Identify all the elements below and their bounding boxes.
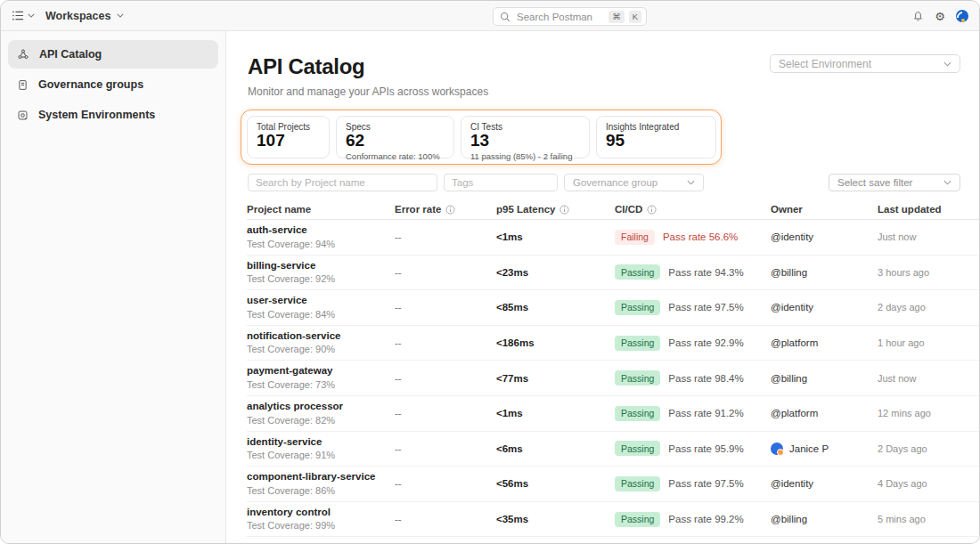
stats-highlight-panel: Total Projects 107 Specs 62 Conformance … [241,110,722,165]
project-name: identity-service [247,437,395,448]
table-row[interactable]: billing-service Test Coverage: 92% -- <2… [247,256,979,291]
project-name: auth-service [247,225,395,236]
stat-card-insights-integrated: Insights Integrated 95 [596,116,716,158]
save-filter-select[interactable]: Select save filter [829,174,960,191]
table-row[interactable]: api-specification-service -- <204ms Pass… [247,537,979,544]
project-name: inventory control [247,507,395,518]
column-project-name: Project name [247,204,395,215]
governance-group-select[interactable]: Governance group [564,174,704,191]
table-row[interactable]: user-service Test Coverage: 84% -- <85ms… [247,290,979,326]
p95-latency: <85ms [496,302,615,313]
sidebar-item-governance-groups[interactable]: Governance groups [8,70,218,99]
last-updated: 4 Days ago [878,478,979,489]
error-rate: -- [395,478,496,489]
last-updated: 3 hours ago [878,267,979,278]
table-row[interactable]: component-library-service Test Coverage:… [247,467,979,502]
sidebar-item-label: System Environments [38,109,155,121]
save-filter-placeholder: Select save filter [837,177,912,188]
environment-select[interactable]: Select Environment [770,54,960,73]
column-owner: Owner [771,204,878,215]
last-updated: 5 mins ago [878,514,979,524]
last-updated: Just now [878,373,979,384]
project-name: notification-service [247,331,395,342]
p95-latency: <1ms [496,408,615,418]
error-rate: -- [395,373,496,384]
table-row[interactable]: notification-service Test Coverage: 90% … [247,326,979,361]
document-icon [17,79,29,91]
owner-label: @billing [771,267,807,278]
project-coverage: Test Coverage: 94% [247,240,395,249]
account-avatar[interactable] [956,10,968,22]
api-network-icon [17,48,29,61]
stat-subtext: 11 passing (85%) - 2 failing [470,151,580,161]
table-row[interactable]: payment-gateway Test Coverage: 73% -- <7… [247,361,979,396]
projects-table: Project name Error rate p95 Latency CI/C… [247,199,979,544]
table-row[interactable]: identity-service Test Coverage: 91% -- <… [247,432,979,467]
environment-box-icon [17,110,29,121]
search-icon [500,12,510,22]
ci-status-badge: Passing [615,512,660,527]
p95-latency: <56ms [496,478,615,489]
owner-label: @platform [771,337,818,348]
workspace-menu-icon[interactable] [12,10,25,21]
cmd-key-badge: ⌘ [608,11,625,23]
project-coverage: Test Coverage: 86% [247,486,395,496]
project-coverage: Test Coverage: 99% [247,521,395,531]
chevron-down-icon [943,61,951,67]
pass-rate: Pass rate 92.9% [668,337,743,348]
sidebar: API Catalog Governance groups System Env… [1,31,226,544]
p95-latency: <35ms [496,514,615,524]
workspaces-button[interactable]: Workspaces [45,10,110,22]
filter-row: Governance group Select save filter [248,174,960,191]
chevron-down-icon [117,13,124,18]
table-row[interactable]: auth-service Test Coverage: 94% -- <1ms … [247,220,979,256]
project-name-search-input[interactable] [248,174,437,191]
pass-rate: Pass rate 98.4% [668,373,743,384]
ci-status-badge: Passing [615,264,660,280]
p95-latency: <1ms [496,231,615,242]
global-search[interactable]: ⌘ K [493,7,647,26]
stat-card-specs: Specs 62 Conformance rate: 100% [336,116,454,158]
project-coverage: Test Coverage: 92% [247,274,395,284]
project-name: billing-service [247,261,395,272]
ci-status-badge: Passing [615,441,660,456]
owner-avatar [771,443,783,455]
k-key-badge: K [629,11,641,23]
sidebar-item-system-environments[interactable]: System Environments [8,101,218,129]
stat-card-total-projects: Total Projects 107 [247,116,330,158]
p95-latency: <186ms [496,337,615,348]
search-input[interactable] [515,11,604,23]
table-row[interactable]: analytics processor Test Coverage: 82% -… [247,396,979,432]
project-name: user-service [247,296,395,306]
project-coverage: Test Coverage: 73% [247,380,395,390]
project-coverage: Test Coverage: 82% [247,416,395,426]
stat-value: 62 [346,132,445,150]
owner-label: @billing [771,373,807,384]
owner-label: @platform [771,408,818,418]
gear-icon[interactable]: ⚙︎ [935,11,945,22]
table-row[interactable]: inventory control Test Coverage: 99% -- … [247,502,979,538]
bell-icon[interactable] [912,11,924,22]
project-name: component-library-service [247,472,395,483]
last-updated: 2 Days ago [878,443,979,454]
error-rate: -- [395,443,496,454]
error-rate: -- [395,231,496,242]
owner-label: @identity [771,302,813,313]
pass-rate: Pass rate 94.3% [668,267,743,278]
stat-value: 95 [606,132,706,150]
owner-label: Janice P [789,443,829,454]
environment-select-placeholder: Select Environment [779,58,871,70]
page-title: API Catalog [248,54,488,79]
table-header: Project name Error rate p95 Latency CI/C… [247,199,979,220]
top-bar: Workspaces ⌘ K ⚙︎ [1,1,979,31]
ci-status-badge: Failing [615,230,655,245]
tags-input[interactable] [444,174,558,191]
sidebar-item-api-catalog[interactable]: API Catalog [8,40,218,69]
ci-status-badge: Passing [615,300,660,315]
info-icon [445,205,455,215]
column-last-updated: Last updated [878,204,979,215]
table-body: auth-service Test Coverage: 94% -- <1ms … [247,220,979,544]
last-updated: Just now [878,231,979,242]
project-name: payment-gateway [247,366,395,377]
owner-label: @billing [771,514,807,524]
